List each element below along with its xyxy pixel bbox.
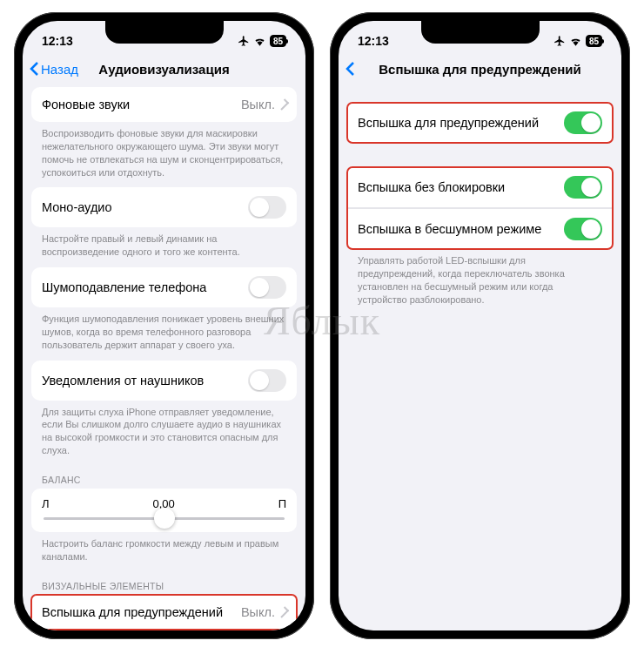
row-headphone-notify[interactable]: Уведомления от наушников [31,361,297,401]
page-title: Вспышка для предупреждений [379,62,581,77]
back-label: Назад [41,62,78,77]
wifi-icon [253,36,266,46]
row-flash-alerts[interactable]: Вспышка для предупреждений Выкл. [31,595,297,630]
footer-noise: Функция шумоподавления понижает уровень … [31,307,297,361]
back-button[interactable]: Назад [30,61,78,77]
chevron-right-icon [278,606,289,617]
wifi-icon [569,36,582,46]
row-label: Уведомления от наушников [42,374,204,388]
row-label: Шумоподавление телефона [42,280,206,294]
airplane-icon [238,35,250,47]
row-mono-audio[interactable]: Моно-аудио [31,187,297,227]
header-visual: ВИЗУАЛЬНЫЕ ЭЛЕМЕНТЫ [31,572,297,595]
footer-headphone: Для защиты слуха iPhone отправляет уведо… [31,401,297,466]
row-value: Выкл. [241,98,275,111]
nav-bar: Вспышка для предупреждений [339,56,621,87]
row-label: Фоновые звуки [42,98,130,111]
notch [421,21,540,44]
row-label: Вспышка без блокировки [358,180,505,194]
battery-icon: 85 [586,35,602,47]
row-noise-cancel[interactable]: Шумоподавление телефона [31,267,297,307]
phone-right: 12:13 85 Вспышка для предупреждений Вспы… [330,12,630,639]
phone-left: 12:13 85 Назад Аудиовизуализация Фоновые… [14,12,314,639]
row-label: Моно-аудио [42,200,112,214]
footer-balance: Настроить баланс громкости между левым и… [31,532,297,572]
balance-right-label: П [278,497,286,510]
nav-bar: Назад Аудиовизуализация [23,56,305,87]
row-flash-main[interactable]: Вспышка для предупреждений [347,103,613,143]
balance-slider-row: Л 0,00 П [31,489,297,532]
footer-flash: Управлять работой LED-вспышки для предуп… [347,249,613,314]
slider-thumb[interactable] [154,508,175,529]
notch [105,21,224,44]
group-flash-main: Вспышка для предупреждений [347,103,613,143]
row-bg-sounds[interactable]: Фоновые звуки Выкл. [31,87,297,122]
row-label: Вспышка для предупреждений [358,116,539,130]
header-balance: БАЛАНС [31,466,297,489]
row-flash-unlock[interactable]: Вспышка без блокировки [347,167,613,208]
row-label: Вспышка в бесшумном режиме [358,222,541,236]
toggle-flash-unlock[interactable] [564,176,602,199]
balance-left-label: Л [42,497,50,510]
back-button[interactable] [345,61,355,77]
chevron-left-icon [345,61,355,77]
page-title: Аудиовизуализация [98,62,229,77]
chevron-right-icon [278,98,289,110]
group-flash-options: Вспышка без блокировки Вспышка в бесшумн… [347,167,613,249]
battery-icon: 85 [270,35,286,47]
toggle-headphone[interactable] [248,369,286,392]
chevron-left-icon [30,61,39,77]
toggle-flash-silent[interactable] [564,218,602,240]
footer-mono: Настройте правый и левый динамик на восп… [31,227,297,267]
airplane-icon [553,35,566,47]
toggle-mono[interactable] [248,196,286,219]
balance-slider[interactable] [44,517,285,520]
row-flash-silent[interactable]: Вспышка в бесшумном режиме [347,208,613,249]
footer-bg-sounds: Воспроизводить фоновые звуки для маскиро… [31,122,297,187]
row-label: Вспышка для предупреждений [42,605,223,619]
row-value: Выкл. [241,605,275,619]
toggle-noise[interactable] [248,276,286,299]
toggle-flash-main[interactable] [564,111,602,134]
